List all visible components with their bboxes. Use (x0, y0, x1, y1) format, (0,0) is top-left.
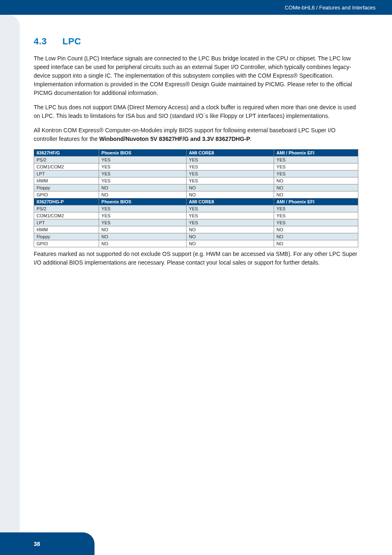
table-cell: YES (186, 164, 274, 170)
table-row: GPIONONONO (34, 240, 358, 247)
table-cell: Floppy (34, 184, 99, 191)
table-cell: GPIO (34, 240, 99, 247)
table-header-row: 83627DHG-PPhoenix BIOSAMI CORE8AMI / Pho… (34, 198, 358, 205)
p3-bold: Winbond/Nuvoton 5V 83627HF/G and 3.3V 83… (99, 136, 250, 142)
table-row: LPTYESYESYES (34, 170, 358, 177)
table-row: PS/2YESYESYES (34, 205, 358, 212)
table-cell: NO (99, 191, 186, 198)
table-cell: YES (99, 212, 186, 219)
table-cell: COM1/COM2 (34, 164, 99, 170)
table-cell: YES (99, 157, 186, 164)
table-cell: YES (186, 157, 274, 164)
table-cell: YES (274, 170, 358, 177)
table-cell: YES (186, 177, 274, 184)
table-cell: NO (186, 191, 274, 198)
table-cell: PS/2 (34, 157, 99, 164)
table-header-cell: AMI / Phoenix EFI (274, 150, 358, 157)
footnote: Features marked as not supported do not … (34, 250, 358, 267)
table-header-cell: Phoenix BIOS (99, 198, 186, 205)
paragraph-2: The LPC bus does not support DMA (Direct… (34, 103, 358, 120)
section-title: LPC (62, 36, 81, 46)
table-cell: YES (186, 219, 274, 226)
table-cell: NO (274, 177, 358, 184)
table-row: HWMYESYESNO (34, 177, 358, 184)
section-number: 4.3 (34, 36, 62, 47)
table-cell: YES (274, 164, 358, 170)
table-cell: NO (99, 184, 186, 191)
table-header-cell: 83627HF/G (34, 150, 99, 157)
table-cell: HWM (34, 177, 99, 184)
lpc-feature-table: 83627HF/GPhoenix BIOSAMI CORE8AMI / Phoe… (34, 149, 358, 247)
table-cell: NO (99, 240, 186, 247)
table-cell: YES (274, 157, 358, 164)
table-cell: NO (186, 226, 274, 233)
paragraph-3: All Kontron COM Express® Computer-on-Mod… (34, 126, 358, 143)
table-cell: NO (99, 226, 186, 233)
breadcrumb: COMe-bHL6 / Features and Interfaces (285, 5, 376, 11)
table-header-cell: Phoenix BIOS (99, 150, 186, 157)
table-cell: YES (274, 219, 358, 226)
table-cell: YES (186, 205, 274, 212)
table-cell: YES (99, 177, 186, 184)
side-tab (0, 15, 20, 532)
table-cell: HWM (34, 226, 99, 233)
page-number: 38 (34, 541, 40, 547)
table-cell: NO (99, 233, 186, 240)
table-row: LPTYESYESYES (34, 219, 358, 226)
table-cell: LPT (34, 170, 99, 177)
table-cell: YES (274, 205, 358, 212)
paragraph-1: The Low Pin Count (LPC) Interface signal… (34, 54, 358, 97)
table-header-cell: AMI / Phoenix EFI (274, 198, 358, 205)
table-cell: NO (186, 233, 274, 240)
table-cell: YES (99, 219, 186, 226)
table-row: PS/2YESYESYES (34, 157, 358, 164)
table-cell: YES (186, 170, 274, 177)
table-cell: YES (99, 205, 186, 212)
p3-tail: : (250, 136, 252, 142)
table-row: HWMNONONO (34, 226, 358, 233)
table-header-cell: AMI CORE8 (186, 198, 274, 205)
table-cell: NO (274, 191, 358, 198)
table-header-cell: AMI CORE8 (186, 150, 274, 157)
table-cell: COM1/COM2 (34, 212, 99, 219)
table-cell: PS/2 (34, 205, 99, 212)
table-row: COM1/COM2YESYESYES (34, 164, 358, 170)
table-cell: LPT (34, 219, 99, 226)
table-header-row: 83627HF/GPhoenix BIOSAMI CORE8AMI / Phoe… (34, 150, 358, 157)
table-header-cell: 83627DHG-P (34, 198, 99, 205)
section-heading: 4.3LPC (34, 36, 358, 47)
table-cell: YES (186, 212, 274, 219)
table-row: COM1/COM2YESYESYES (34, 212, 358, 219)
table-cell: NO (274, 233, 358, 240)
table-cell: NO (274, 226, 358, 233)
page-footer: 38 (0, 532, 95, 555)
table-row: FloppyNONONO (34, 184, 358, 191)
table-cell: Floppy (34, 233, 99, 240)
table-cell: YES (99, 170, 186, 177)
table-cell: YES (274, 212, 358, 219)
table-cell: YES (99, 164, 186, 170)
header-bar: COMe-bHL6 / Features and Interfaces (0, 0, 392, 15)
table-cell: NO (186, 240, 274, 247)
table-cell: NO (274, 240, 358, 247)
table-cell: NO (186, 184, 274, 191)
table-row: GPIONONONO (34, 191, 358, 198)
table-cell: NO (274, 184, 358, 191)
table-row: FloppyNONONO (34, 233, 358, 240)
table-cell: GPIO (34, 191, 99, 198)
main-content: 4.3LPC The Low Pin Count (LPC) Interface… (34, 36, 358, 273)
